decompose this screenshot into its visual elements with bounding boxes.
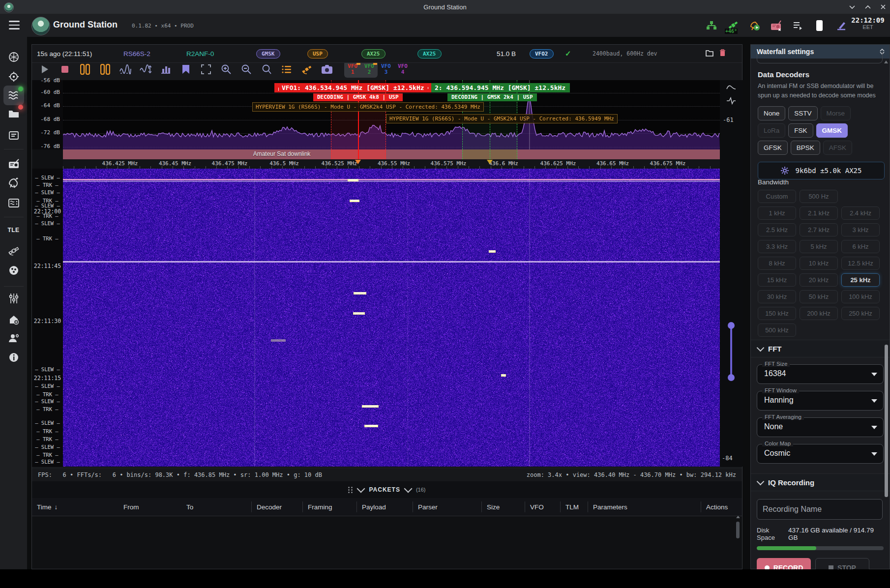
sidebar-item-schedule[interactable]: [3, 125, 24, 145]
packets-drawer-bar[interactable]: PACKETS (16): [32, 481, 742, 498]
decoder-mode-button[interactable]: GFSK: [758, 141, 788, 155]
sidebar-item-operator[interactable]: [3, 328, 24, 348]
sidebar-item-map[interactable]: [3, 47, 24, 67]
panel-layout-left-icon[interactable]: [79, 63, 91, 75]
decoder-mode-button[interactable]: AFSK: [823, 141, 852, 155]
sidebar-item-station[interactable]: [3, 310, 24, 329]
packets-menu-icon[interactable]: [404, 485, 412, 493]
decoder-mode-button[interactable]: None: [758, 106, 785, 120]
col-from[interactable]: From: [119, 501, 181, 512]
bandwidth-button[interactable]: 12.5 kHz: [841, 257, 880, 270]
satellite-pass-icon[interactable]: +46°: [727, 19, 740, 32]
play-button[interactable]: [39, 63, 51, 75]
fft-window-select[interactable]: FFT Window Hanning: [757, 391, 884, 411]
satellite-overlay-icon[interactable]: [301, 63, 313, 75]
bandwidth-button[interactable]: 3.3 kHz: [758, 240, 796, 253]
sidebar-item-waterfall[interactable]: [3, 86, 24, 105]
collapse-drawer-icon[interactable]: [357, 485, 365, 493]
bandwidth-button[interactable]: 2.5 kHz: [758, 223, 796, 236]
sidebar-item-tle[interactable]: TLE: [0, 227, 27, 234]
bandwidth-button[interactable]: 1 kHz: [758, 206, 796, 220]
bandwidth-button[interactable]: 2.4 kHz: [841, 206, 880, 220]
col-parser[interactable]: Parser: [413, 501, 481, 512]
sidebar-item-satellites[interactable]: [3, 241, 24, 261]
level-slider-track[interactable]: [730, 326, 732, 378]
col-payload[interactable]: Payload: [356, 501, 413, 512]
bandwidth-button[interactable]: 8 kHz: [758, 257, 796, 270]
screenshot-icon[interactable]: [321, 63, 333, 75]
recording-name-input[interactable]: [757, 499, 883, 520]
sidebar-item-groups[interactable]: [3, 261, 24, 280]
bandwidth-button[interactable]: 2.1 kHz: [800, 206, 838, 220]
level-slider-lower-handle[interactable]: [728, 374, 735, 381]
spectrum-view-icon[interactable]: [119, 63, 131, 75]
vfo4-button[interactable]: VFO4: [394, 61, 411, 78]
col-tlm[interactable]: TLM: [560, 501, 588, 512]
sidebar-item-files[interactable]: [3, 104, 24, 123]
vfo3-button[interactable]: VFO3: [378, 61, 394, 78]
fullscreen-icon[interactable]: [200, 63, 212, 75]
fft-section-header[interactable]: FFT: [751, 340, 890, 357]
col-framing[interactable]: Framing: [302, 501, 356, 512]
bandwidth-button[interactable]: 6 kHz: [841, 240, 880, 253]
settings-scrollbar[interactable]: [884, 60, 889, 567]
bandwidth-button[interactable]: 2.7 kHz: [800, 223, 838, 236]
bandwidth-button[interactable]: Custom: [758, 190, 796, 203]
open-packet-icon[interactable]: [706, 50, 713, 58]
col-time[interactable]: Time↓: [32, 501, 119, 512]
col-parameters[interactable]: Parameters: [588, 501, 701, 512]
waterfall-display[interactable]: [63, 169, 720, 467]
bandwidth-button[interactable]: 10 kHz: [800, 257, 838, 270]
bandwidth-button[interactable]: 25 kHz: [841, 273, 880, 287]
sidebar-item-about[interactable]: [3, 348, 24, 367]
bandwidth-button[interactable]: 100 kHz: [841, 290, 880, 303]
col-to[interactable]: To: [181, 501, 251, 512]
decoder-mode-button[interactable]: GMSK: [816, 123, 848, 138]
spectrum-range-icon[interactable]: [140, 63, 151, 75]
menu-icon[interactable]: [9, 21, 20, 29]
drag-handle-icon[interactable]: [348, 487, 353, 493]
bandwidth-button[interactable]: 200 kHz: [800, 307, 838, 320]
decoder-config-button[interactable]: 9k6bd ±5.0k AX25: [758, 162, 885, 179]
iq-recording-header[interactable]: IQ Recording: [751, 473, 890, 491]
stop-button[interactable]: [59, 63, 71, 75]
vfo2-button[interactable]: VFO2: [361, 61, 378, 78]
zoom-in-icon[interactable]: [220, 63, 232, 75]
rotator-tracking-icon[interactable]: [748, 19, 761, 32]
fft-averaging-select[interactable]: FFT Averaging None: [757, 417, 884, 437]
bandwidth-button[interactable]: 15 kHz: [758, 273, 796, 287]
vfo1-frequency-pill[interactable]: VFO1: 436.534.945 MHz [GMSK] ±12.5kHz: [274, 83, 432, 92]
window-close-icon[interactable]: [880, 4, 886, 10]
sidebar-item-settings-sliders[interactable]: [3, 289, 24, 308]
fft-size-select[interactable]: FFT Size 16384: [757, 364, 884, 384]
bandwidth-button[interactable]: 250 kHz: [841, 307, 880, 320]
bookmark-icon[interactable]: [180, 63, 192, 75]
remote-device-icon[interactable]: [813, 19, 826, 32]
grid-settings-icon[interactable]: [281, 63, 293, 75]
color-map-select[interactable]: Color Map Cosmic: [757, 444, 884, 464]
bandwidth-button[interactable]: 30 kHz: [758, 290, 796, 303]
bandwidth-button[interactable]: 500 kHz: [758, 323, 796, 337]
queue-icon[interactable]: [792, 19, 804, 32]
filter-curve-icon[interactable]: [726, 83, 736, 93]
sidebar-item-tracking[interactable]: [3, 67, 24, 87]
col-size[interactable]: Size: [481, 501, 525, 512]
histogram-icon[interactable]: [160, 63, 172, 75]
vfo2-frequency-pill[interactable]: 2: 436.594.945 MHz [GMSK] ±12.5kHz: [431, 83, 570, 92]
window-maximize-icon[interactable]: [864, 4, 871, 9]
col-vfo[interactable]: VFO: [525, 501, 560, 512]
bandwidth-button[interactable]: 3 kHz: [841, 223, 880, 236]
decoder-mode-button[interactable]: LoRa: [758, 123, 785, 138]
bandwidth-button[interactable]: 50 kHz: [800, 290, 838, 303]
filter-notch-icon[interactable]: [726, 97, 736, 107]
decoder-mode-button[interactable]: Morse: [821, 106, 851, 120]
zoom-reset-icon[interactable]: [261, 63, 272, 75]
sidebar-item-rotator[interactable]: [3, 173, 24, 193]
packet-row[interactable]: 15s ago (22:11:51) RS66S-2 R2ANF-0 GMSK …: [32, 45, 742, 63]
radio-disconnected-icon[interactable]: [770, 19, 783, 32]
bandwidth-button[interactable]: 500 Hz: [800, 190, 838, 203]
sidebar-item-radio[interactable]: [3, 154, 24, 174]
decoder-mode-button[interactable]: FSK: [788, 123, 813, 138]
bandwidth-button[interactable]: 20 kHz: [800, 273, 838, 287]
decoder-mode-button[interactable]: BPSK: [791, 141, 820, 155]
